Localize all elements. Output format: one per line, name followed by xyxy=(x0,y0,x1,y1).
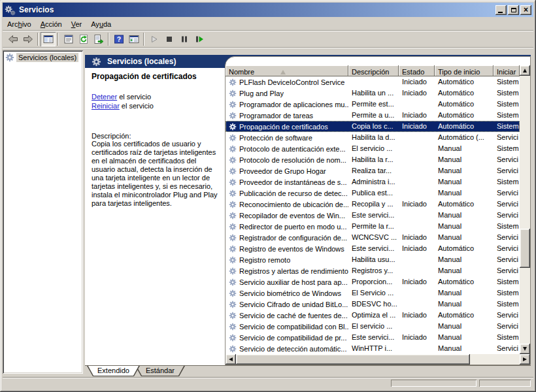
table-row[interactable]: Publicación de recurso de detec...Public… xyxy=(226,188,520,199)
stop-service-link[interactable]: Detener xyxy=(92,93,117,101)
table-row[interactable]: Servicio de compatibilidad con Bl...El s… xyxy=(226,321,520,332)
table-row[interactable]: Servicio Cifrado de unidad BitLo...BDESV… xyxy=(226,299,520,310)
menu-ver[interactable]: Ver xyxy=(67,19,87,29)
scroll-left-button[interactable] xyxy=(226,354,236,365)
service-action: Reiniciar el servicio xyxy=(92,101,220,110)
cell-tipo-de-inicio: Manual xyxy=(435,332,494,343)
tab-label: Extendido xyxy=(87,366,140,374)
restart-service-button[interactable] xyxy=(192,32,207,46)
table-row[interactable]: Programador de tareasPermite a u...Inici… xyxy=(226,110,520,121)
restart-service-link[interactable]: Reiniciar xyxy=(92,102,120,110)
show-console-tree-icon xyxy=(43,34,54,44)
svg-text:?: ? xyxy=(116,35,120,43)
vertical-scrollbar[interactable] xyxy=(520,65,530,354)
column-header-iniciar[interactable]: Iniciar xyxy=(494,65,520,76)
minimize-button[interactable] xyxy=(495,5,507,15)
table-row[interactable]: Recopilador de eventos de Win...Este ser… xyxy=(226,210,520,221)
column-header-estado[interactable]: Estado xyxy=(399,65,435,76)
forward-button[interactable] xyxy=(20,32,35,46)
cell-tipo-de-inicio: Manual xyxy=(435,254,494,265)
table-row[interactable]: Proveedor de instantáneas de s...Adminis… xyxy=(226,176,520,188)
minimize-icon xyxy=(498,12,503,13)
service-name: Programador de tareas xyxy=(239,112,313,120)
table-row[interactable]: Protocolo de resolución de nom...Habilit… xyxy=(226,154,520,165)
table-row[interactable]: Protocolo de autenticación exte...El ser… xyxy=(226,143,520,154)
table-row[interactable]: Servicio de caché de fuentes de...Optimi… xyxy=(226,310,520,321)
table-row[interactable]: Protección de softwareHabilita la d...Au… xyxy=(226,132,520,143)
menu-accion[interactable]: Acción xyxy=(36,19,67,29)
table-row[interactable]: Registros y alertas de rendimientoRegist… xyxy=(226,265,520,276)
table-row[interactable]: Servicio de detección automátic...WinHTT… xyxy=(226,343,520,354)
refresh-button[interactable] xyxy=(76,32,91,46)
column-header-label: Iniciar xyxy=(497,68,516,76)
start-service-button[interactable] xyxy=(146,32,161,46)
scroll-right-button[interactable] xyxy=(520,354,530,365)
tab-extendido[interactable]: Extendido xyxy=(87,366,140,376)
extended-view-button[interactable] xyxy=(126,32,141,46)
cell-iniciar: Servici xyxy=(494,343,520,354)
toolbar-separator xyxy=(108,33,109,46)
table-row[interactable]: Redirector de puerto en modo u...Permite… xyxy=(226,221,520,232)
menu-ayuda[interactable]: Ayuda xyxy=(86,19,116,29)
cell-estado: Iniciado xyxy=(399,332,435,343)
horizontal-scrollbar[interactable] xyxy=(226,354,530,365)
extended-view-icon xyxy=(129,34,139,44)
table-row[interactable]: PLFlash DeviceIoControl ServiceIniciadoA… xyxy=(226,76,520,88)
service-name: Servicio de compatibilidad de pr... xyxy=(239,334,346,342)
service-action-suffix: el servicio xyxy=(117,93,151,101)
scroll-up-button[interactable] xyxy=(520,65,530,76)
cell-descripcion: Habilita la r... xyxy=(348,154,399,165)
status-bar xyxy=(3,377,533,388)
horizontal-scroll-thumb[interactable] xyxy=(236,354,470,365)
left-arrow-icon xyxy=(229,357,233,361)
scroll-down-button[interactable] xyxy=(520,344,530,354)
show-console-tree-button[interactable] xyxy=(41,32,56,46)
back-button[interactable] xyxy=(5,32,20,46)
service-name: Servicio biométrico de Windows xyxy=(239,289,341,297)
service-name: Reconocimiento de ubicación de... xyxy=(239,201,348,208)
column-header-descripcion[interactable]: Descripción xyxy=(348,65,399,76)
stop-service-button[interactable] xyxy=(161,32,176,46)
service-gear-icon xyxy=(229,334,237,342)
tab-estandar[interactable]: Estándar xyxy=(135,366,185,376)
table-row[interactable]: Servicio biométrico de WindowsEl Servici… xyxy=(226,287,520,299)
service-name: Protección de software xyxy=(239,134,312,142)
table-row[interactable]: Registro de eventos de WindowsEste servi… xyxy=(226,243,520,254)
cell-tipo-de-inicio: Automático xyxy=(435,76,494,88)
service-gear-icon xyxy=(229,245,237,253)
maximize-button[interactable] xyxy=(508,5,519,15)
table-row[interactable]: Plug and PlayHabilita un ...IniciadoAuto… xyxy=(226,88,520,99)
pause-service-button[interactable] xyxy=(176,32,192,46)
cell-tipo-de-inicio: Automático xyxy=(435,310,494,321)
export-list-button[interactable] xyxy=(91,32,106,46)
service-name: Servicio de compatibilidad con Bl... xyxy=(239,323,348,331)
table-row[interactable]: Programador de aplicaciones mu...Permite… xyxy=(226,99,520,110)
properties-button[interactable] xyxy=(61,32,76,46)
help-button[interactable]: ? xyxy=(111,32,126,46)
vertical-scroll-thumb[interactable] xyxy=(520,229,530,268)
close-button[interactable]: × xyxy=(520,5,531,15)
title-bar[interactable]: Servicios × xyxy=(3,3,533,17)
status-section xyxy=(391,380,477,387)
cell-nombre: Publicación de recurso de detec... xyxy=(226,188,348,199)
down-arrow-icon xyxy=(523,347,527,351)
table-row[interactable]: Registrador de configuración de...WCNCSV… xyxy=(226,232,520,243)
cell-descripcion: Realiza tar... xyxy=(348,165,399,176)
service-gear-icon xyxy=(229,101,237,108)
table-row[interactable]: Registro remotoHabilita usu...ManualServ… xyxy=(226,254,520,265)
cell-nombre: Servicio de detección automátic... xyxy=(226,343,348,354)
table-row[interactable]: Reconocimiento de ubicación de...Recopil… xyxy=(226,199,520,210)
cell-estado: Iniciado xyxy=(399,76,435,88)
table-row[interactable]: Servicio auxiliar de host para ap...Prop… xyxy=(226,276,520,287)
cell-nombre: Servicio de compatibilidad con Bl... xyxy=(226,321,348,332)
column-header-tipo-de-inicio[interactable]: Tipo de inicio xyxy=(435,65,494,76)
column-header-nombre[interactable]: Nombre xyxy=(226,65,348,76)
table-row[interactable]: Servicio de compatibilidad de pr...Este … xyxy=(226,332,520,343)
cell-nombre: Reconocimiento de ubicación de... xyxy=(226,199,348,210)
table-row[interactable]: Proveedor de Grupo HogarRealiza tar...Ma… xyxy=(226,165,520,176)
cell-estado xyxy=(399,165,435,176)
menu-archivo[interactable]: Archivo xyxy=(3,19,36,29)
tree-item-servicios-locales[interactable]: Servicios (locales) xyxy=(3,50,83,62)
cell-nombre: Servicio de caché de fuentes de... xyxy=(226,310,348,321)
table-row[interactable]: Propagación de certificadosCopia los c..… xyxy=(226,121,520,132)
